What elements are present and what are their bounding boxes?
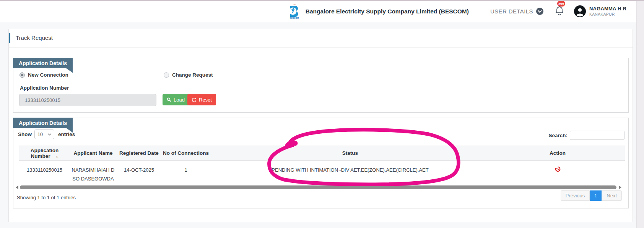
- col-label: Application Number: [31, 148, 59, 159]
- company-title: Bangalore Electricity Supply Company Lim…: [306, 8, 469, 15]
- radio-change-request-label: Change Request: [172, 72, 213, 78]
- page-size-select[interactable]: 10: [34, 130, 54, 139]
- reset-button-label: Reset: [199, 97, 212, 103]
- previous-page-button[interactable]: Previous: [561, 190, 590, 201]
- logo-label: BESCOM: [290, 17, 299, 19]
- col-action[interactable]: Action: [490, 146, 625, 161]
- request-type-radios: New Connection Change Request: [16, 72, 628, 79]
- load-button-label: Load: [174, 97, 185, 103]
- col-status[interactable]: Status: [210, 146, 490, 161]
- user-texts: NAGAMMA H R KANAKAPUR: [589, 6, 626, 17]
- col-no-of-connections[interactable]: No of Connections: [162, 146, 210, 161]
- reset-button[interactable]: Reset: [187, 94, 216, 105]
- radio-new-connection-label: New Connection: [28, 72, 68, 78]
- pagination: Previous 1 Next: [561, 190, 622, 201]
- search-control: Search:: [548, 131, 624, 140]
- radio-change-request[interactable]: Change Request: [164, 72, 213, 78]
- entries-summary: Showing 1 to 1 of 1 entries: [17, 195, 76, 200]
- col-applicant-name[interactable]: Applicant Name: [70, 146, 116, 161]
- radio-unselected-icon[interactable]: [164, 72, 169, 78]
- table-controls: Show 10 entries Search:: [18, 130, 624, 139]
- refresh-icon: [192, 97, 197, 102]
- sort-icon[interactable]: ↑↓: [56, 155, 59, 159]
- avatar: [574, 5, 586, 17]
- cell-action: [490, 161, 625, 184]
- current-page-button[interactable]: 1: [590, 190, 602, 201]
- next-page-button[interactable]: Next: [602, 190, 622, 201]
- browser-scrollbar[interactable]: [636, 1, 644, 228]
- user-name: NAGAMMA H R: [589, 6, 626, 12]
- user-location: KANAKAPUR: [589, 12, 626, 17]
- application-number-label: Application Number: [20, 85, 69, 91]
- scroll-right-arrow-icon[interactable]: [619, 185, 621, 189]
- load-button[interactable]: Load: [163, 94, 189, 105]
- table-row: 1333110250015 NARASIMHAIAH D SO DASEGOWD…: [19, 161, 625, 184]
- show-label: Show: [18, 131, 32, 137]
- search-label: Search:: [548, 133, 568, 138]
- table-horizontal-scrollbar[interactable]: [16, 185, 628, 190]
- history-action-icon[interactable]: [555, 166, 561, 172]
- application-details-form-box: Application Details New Connection Chang…: [13, 58, 629, 113]
- cell-applicant-name: NARASIMHAIAH D SO DASEGOWDA: [70, 161, 116, 184]
- notifications-button[interactable]: 899: [555, 5, 564, 17]
- col-application-number[interactable]: Application Number↑↓: [19, 146, 70, 161]
- radio-new-connection[interactable]: New Connection: [20, 72, 68, 78]
- main-card: Track Request Application Details New Co…: [8, 29, 633, 222]
- user-profile[interactable]: NAGAMMA H R KANAKAPUR: [574, 5, 626, 17]
- bell-icon: [555, 5, 564, 16]
- search-input[interactable]: [570, 131, 624, 140]
- cell-registered-date: 14-OCT-2025: [116, 161, 162, 184]
- user-details-menu[interactable]: USER DETAILS: [490, 8, 543, 15]
- logo-graphic: [289, 5, 300, 17]
- page-size-value: 10: [37, 132, 43, 137]
- application-number-input[interactable]: [19, 94, 156, 106]
- brand: ಬೆಸ್ಕಾಂ BESCOM Bangalore Electricity Sup…: [287, 3, 469, 19]
- entries-label: entries: [58, 131, 75, 137]
- app-header: ಬೆಸ್ಕಾಂ BESCOM Bangalore Electricity Sup…: [0, 1, 636, 22]
- chevron-down-icon: [536, 8, 543, 15]
- bescom-logo-icon: ಬೆಸ್ಕಾಂ BESCOM: [287, 3, 302, 19]
- select-chevron-icon: [48, 133, 51, 136]
- title-accent-bar: [9, 33, 10, 43]
- cell-status: PENDING WITH INTIMATION~DIV AET,EE(ZONE)…: [210, 161, 490, 184]
- table-section-title: Application Details: [19, 120, 67, 126]
- page: ಬೆಸ್ಕಾಂ BESCOM Bangalore Electricity Sup…: [0, 0, 644, 228]
- divider: [9, 47, 633, 48]
- table-section-tab: Application Details: [13, 118, 73, 128]
- cell-no-of-connections: 1: [162, 161, 210, 184]
- page-title: Track Request: [16, 34, 53, 41]
- user-details-label: USER DETAILS: [490, 8, 533, 15]
- form-section-tab: Application Details: [13, 58, 73, 68]
- col-registered-date[interactable]: Registered Date: [116, 146, 162, 161]
- form-section-title: Application Details: [19, 60, 67, 66]
- scroll-left-arrow-icon[interactable]: [16, 185, 18, 189]
- results-table: Application Number↑↓ Applicant Name Regi…: [19, 146, 625, 184]
- cell-application-number: 1333110250015: [19, 161, 70, 184]
- scrollbar-thumb[interactable]: [20, 185, 616, 189]
- search-icon: [167, 97, 171, 102]
- application-details-table-box: Application Details Show 10 entries Sear…: [13, 118, 629, 208]
- radio-selected-icon[interactable]: [20, 72, 25, 78]
- notification-badge: 899: [557, 1, 565, 7]
- table-header-row: Application Number↑↓ Applicant Name Regi…: [19, 146, 625, 161]
